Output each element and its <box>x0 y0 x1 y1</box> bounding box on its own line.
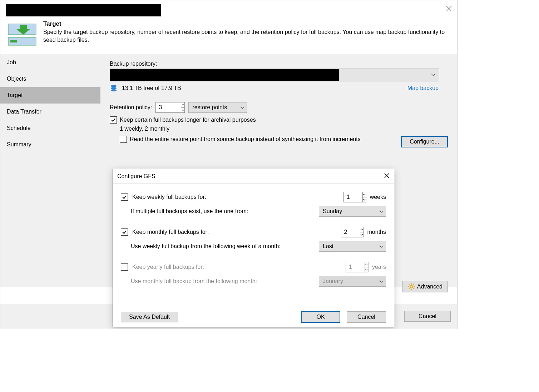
backup-repository-label: Backup repository: <box>110 61 448 67</box>
gfs-yearly-month-dropdown: January <box>319 276 386 287</box>
gfs-summary-text: 1 weekly, 2 monthly <box>120 126 448 132</box>
chevron-down-icon <box>379 208 384 215</box>
chevron-down-icon <box>240 104 244 111</box>
window-close-button[interactable] <box>446 5 452 12</box>
save-as-default-button[interactable]: Save As Default <box>121 312 178 322</box>
nav-item-data-transfer[interactable]: Data Transfer <box>0 104 100 120</box>
backup-repository-dropdown[interactable] <box>110 69 439 81</box>
dialog-title: Configure GFS <box>117 173 155 180</box>
gfs-monthly-sub-label: Use weekly full backup from the followin… <box>131 243 281 250</box>
nav-item-schedule[interactable]: Schedule <box>0 120 100 136</box>
gfs-yearly-value <box>346 262 365 272</box>
close-icon <box>446 5 452 12</box>
gfs-yearly-checkbox[interactable] <box>121 263 128 271</box>
gfs-weekly-checkbox[interactable] <box>121 194 128 201</box>
gfs-weekly-sub-label: If multiple full backups exist, use the … <box>131 208 248 215</box>
gfs-yearly-month-value: January <box>323 278 379 285</box>
gfs-monthly-group: Keep monthly full backups for: months <box>121 227 386 252</box>
configure-button[interactable]: Configure... <box>401 136 448 147</box>
gfs-monthly-spinner[interactable] <box>341 227 364 237</box>
gfs-weekly-label: Keep weekly full backups for: <box>132 194 206 200</box>
read-entire-checkbox[interactable] <box>120 136 127 143</box>
gfs-monthly-week-dropdown[interactable]: Last <box>319 241 386 252</box>
window-title-redacted <box>6 4 161 16</box>
gfs-weekly-value[interactable] <box>344 192 362 202</box>
svg-line-16 <box>409 288 410 289</box>
svg-point-6 <box>111 87 117 89</box>
spinner-down-icon <box>365 267 368 272</box>
gfs-yearly-unit: years <box>372 264 386 270</box>
gfs-yearly-sub-label: Use monthly full backup from the followi… <box>131 278 257 285</box>
gfs-yearly-group: Keep yearly full backups for: years <box>121 262 386 287</box>
svg-rect-4 <box>10 40 17 42</box>
page-title: Target <box>43 20 452 27</box>
spinner-down-icon[interactable] <box>363 197 366 202</box>
svg-line-15 <box>413 285 414 285</box>
spinner-down-icon[interactable] <box>181 108 184 113</box>
target-header-icon <box>5 20 38 49</box>
gfs-weekly-group: Keep weekly full backups for: weeks <box>121 192 386 217</box>
gfs-yearly-spinner <box>346 262 369 272</box>
retention-unit-dropdown[interactable]: restore points <box>188 102 247 113</box>
svg-line-14 <box>413 288 414 289</box>
gfs-weekly-day-value: Sunday <box>323 208 379 215</box>
gfs-monthly-label: Keep monthly full backups for: <box>132 229 209 235</box>
svg-point-5 <box>111 85 117 87</box>
gfs-weekly-spinner[interactable] <box>343 192 366 202</box>
advanced-button[interactable]: Advanced <box>402 281 448 292</box>
map-backup-link[interactable]: Map backup <box>407 85 439 91</box>
close-icon <box>384 173 390 179</box>
spinner-up-icon <box>365 262 368 267</box>
chevron-down-icon <box>379 243 384 250</box>
free-space-text: 13.1 TB free of 17.9 TB <box>122 85 181 91</box>
advanced-button-label: Advanced <box>417 283 442 290</box>
gfs-enable-checkbox[interactable] <box>110 116 117 124</box>
gfs-monthly-week-value: Last <box>323 243 379 250</box>
retention-policy-label: Retention policy: <box>110 104 152 111</box>
gear-icon <box>408 283 415 290</box>
backup-job-window: Target Specify the target backup reposit… <box>0 0 458 329</box>
spinner-up-icon[interactable] <box>181 102 184 108</box>
spinner-up-icon[interactable] <box>360 227 364 232</box>
gfs-weekly-unit: weeks <box>370 194 386 200</box>
dialog-cancel-button[interactable]: Cancel <box>347 311 386 323</box>
nav-item-target[interactable]: Target <box>0 87 100 104</box>
wizard-nav: Job Objects Target Data Transfer Schedul… <box>0 54 100 287</box>
gfs-monthly-value[interactable] <box>341 227 360 237</box>
spinner-up-icon[interactable] <box>363 192 366 197</box>
gfs-yearly-label: Keep yearly full backups for: <box>132 264 204 270</box>
gfs-enable-label: Keep certain full backups longer for arc… <box>120 117 256 123</box>
nav-item-objects[interactable]: Objects <box>0 71 100 87</box>
configure-gfs-dialog: Configure GFS Keep weekly full backups f… <box>113 169 394 327</box>
dialog-ok-button[interactable]: OK <box>301 311 340 323</box>
disk-stack-icon <box>110 84 118 92</box>
retention-value-spinner[interactable] <box>155 102 185 113</box>
chevron-down-icon <box>427 69 439 81</box>
chevron-down-icon <box>379 278 384 285</box>
gfs-monthly-checkbox[interactable] <box>121 228 128 236</box>
window-cancel-button[interactable]: Cancel <box>404 311 451 322</box>
read-entire-label: Read the entire restore point from sourc… <box>130 136 361 142</box>
backup-repository-value-redacted <box>110 69 339 81</box>
svg-point-7 <box>111 89 117 91</box>
retention-value-input[interactable] <box>156 102 181 112</box>
gfs-monthly-unit: months <box>367 229 386 235</box>
svg-line-13 <box>409 285 410 285</box>
dialog-close-button[interactable] <box>384 173 390 180</box>
gfs-weekly-day-dropdown[interactable]: Sunday <box>319 206 386 217</box>
spinner-down-icon[interactable] <box>360 232 364 237</box>
svg-point-8 <box>410 286 412 288</box>
page-description: Specify the target backup repository, nu… <box>43 28 452 44</box>
retention-unit-value: restore points <box>192 104 240 111</box>
nav-item-summary[interactable]: Summary <box>0 136 100 153</box>
nav-item-job[interactable]: Job <box>0 54 100 71</box>
